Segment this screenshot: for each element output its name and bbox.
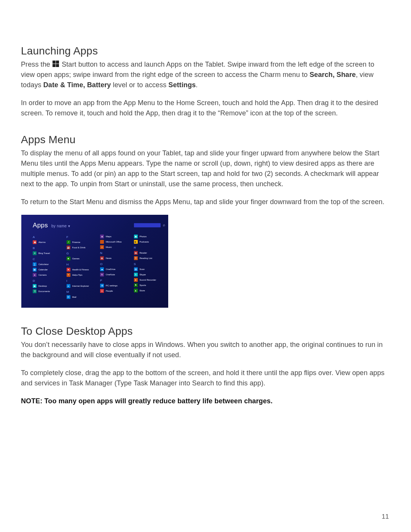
app-icon: ∑ — [33, 262, 37, 266]
app-icon: ◈ — [100, 235, 104, 238]
app-tile: ▲Store — [134, 288, 162, 293]
app-label: Skype — [140, 273, 146, 276]
para-appsmenu-2: To return to the Start Menu and dismiss … — [21, 197, 390, 207]
app-tile: ▣Desktop — [33, 283, 61, 289]
app-tile: ♫Music — [100, 244, 128, 250]
app-tile: ☁OneDrive — [100, 267, 128, 272]
heading-launching-apps: Launching Apps — [21, 45, 390, 57]
letter-header: D — [33, 279, 61, 283]
letter-header: I — [67, 279, 94, 283]
app-label: Food & Drink — [72, 246, 86, 249]
text: Press the — [21, 61, 52, 68]
app-icon — [100, 240, 104, 244]
app-label: Finance — [72, 241, 80, 243]
para-launching-1: Press the Start button to access and lau… — [21, 59, 390, 90]
app-tile: ◈Maps — [100, 234, 128, 239]
letter-header: H — [67, 263, 94, 266]
app-icon: ▦ — [33, 268, 37, 272]
app-icon: ⏰ — [33, 240, 37, 244]
app-tile: ☰Reading List — [134, 256, 162, 261]
app-icon: ▤ — [100, 256, 104, 260]
heading-apps-menu: Apps Menu — [21, 134, 390, 146]
app-icon: ♫ — [100, 245, 104, 249]
app-label: Reader — [140, 252, 147, 254]
app-icon: ▣ — [134, 235, 138, 238]
app-label: Reading List — [140, 257, 152, 259]
apps-sort-label: by name — [51, 224, 70, 228]
text-bold: Settings — [169, 81, 196, 89]
app-icon: ⚙ — [100, 284, 104, 288]
app-icon: N — [100, 273, 104, 276]
app-tile: ▶Podcasts — [134, 239, 162, 244]
app-label: Internet Explorer — [72, 285, 89, 287]
para-launching-2: In order to move an app from the App Men… — [21, 98, 390, 118]
app-label: Calculator — [38, 263, 49, 265]
app-tile: ✈Bing Travel — [33, 251, 61, 256]
app-tile: ∑Calculator — [33, 262, 61, 267]
app-icon: ⚑ — [134, 283, 138, 287]
app-icon: ● — [134, 278, 138, 282]
app-label: OneDrive — [106, 268, 115, 270]
app-label: Games — [72, 257, 80, 260]
app-icon: ▣ — [33, 284, 37, 288]
letter-header: S — [134, 262, 162, 266]
app-icon: ? — [67, 273, 70, 277]
app-icon: ↗ — [67, 240, 70, 244]
letter-header: M — [67, 290, 94, 294]
letter-header: A — [33, 235, 61, 239]
letter-header: N — [100, 251, 128, 255]
app-tile: NOneNote — [100, 272, 128, 277]
para-close-2: To completely close, drag the app to the… — [21, 368, 390, 388]
app-label: Alarms — [38, 241, 46, 243]
app-tile: ●Sound Recorder — [134, 277, 162, 283]
letter-header: G — [67, 252, 94, 255]
app-label: Calendar — [38, 268, 48, 271]
app-tile: ▦Calendar — [33, 267, 61, 272]
app-tile: ♥Health & Fitness — [67, 267, 94, 272]
app-label: People — [106, 290, 113, 292]
app-label: Microsoft Office — [106, 241, 122, 243]
text: . — [196, 81, 198, 89]
app-label: Mail — [72, 296, 76, 298]
app-label: Bing Travel — [38, 252, 50, 254]
app-label: Maps — [106, 235, 112, 238]
app-icon: ▤ — [134, 251, 138, 255]
app-tile: eInternet Explorer — [67, 283, 94, 289]
app-label: Store — [140, 289, 145, 292]
app-icon: ● — [33, 273, 37, 277]
app-label: Help+Tips — [72, 274, 83, 276]
app-tile: ↗Finance — [67, 240, 94, 245]
app-tile: ▧Scan — [134, 267, 162, 272]
app-tile: ⚑Sports — [134, 283, 162, 288]
letter-header: F — [67, 235, 94, 239]
apps-title-text: Apps — [33, 222, 48, 229]
app-label: Camera — [38, 274, 46, 276]
apps-menu-screenshot: Apps by name A⏰AlarmsB✈Bing TravelC∑Calc… — [21, 215, 168, 308]
app-tile: ☺People — [100, 288, 128, 294]
app-label: Music — [106, 246, 112, 248]
app-icon: ☕ — [67, 246, 70, 249]
app-icon: ☁ — [100, 267, 104, 271]
app-icon: ☺ — [100, 289, 104, 293]
app-tile: ▤News — [100, 256, 128, 261]
heading-close-apps: To Close Desktop Apps — [21, 325, 390, 337]
letter-header: R — [134, 246, 162, 249]
app-label: Sound Recorder — [140, 279, 156, 281]
app-icon: ☰ — [134, 256, 138, 260]
para-appsmenu-1: To display the menu of all apps found on… — [21, 148, 390, 189]
app-icon: ▶ — [134, 240, 138, 244]
app-icon: ✉ — [67, 295, 70, 299]
app-icon: ☰ — [33, 289, 37, 293]
app-label: PC settings — [106, 284, 118, 287]
app-tile: ⚙PC settings — [100, 283, 128, 288]
app-tile: ✉Mail — [67, 294, 94, 300]
app-label: Photos — [140, 235, 147, 238]
app-label: Health & Fitness — [72, 268, 89, 271]
letter-header: B — [33, 246, 61, 250]
app-icon: ▧ — [134, 267, 138, 271]
app-tile: ♣Games — [67, 256, 94, 261]
apps-column: ▣Photos▶PodcastsR▤Reader☰Reading ListS▧S… — [134, 234, 162, 300]
app-tile: SSkype — [134, 272, 162, 277]
text-bold: Date & Time, Battery — [43, 81, 111, 89]
para-close-1: You don’t necessarily have to close apps… — [21, 340, 390, 360]
